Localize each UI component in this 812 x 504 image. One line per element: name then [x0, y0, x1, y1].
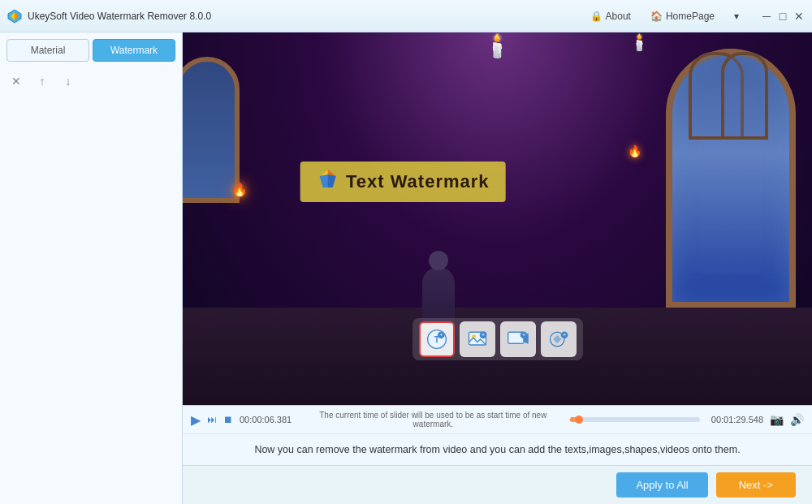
minimize-button[interactable]: ─	[760, 10, 773, 23]
watermark-logo-icon	[317, 168, 339, 196]
main-layout: Material Watermark ✕ ↑ ↓ 🕯️ 🕯️ 🔥 🔥	[0, 32, 812, 504]
chandelier-center: 🕯️	[465, 32, 530, 59]
tab-watermark[interactable]: Watermark	[93, 39, 175, 62]
title-bar-right: 🔒 About 🏠 HomePage ▾ ─ □ ✕	[585, 9, 806, 24]
hint-text: The current time of slider will be used …	[303, 411, 564, 429]
delete-item-button[interactable]: ✕	[6, 71, 26, 91]
watermark-toolbar: T + +	[412, 318, 583, 360]
play-button[interactable]: ▶	[191, 412, 201, 428]
content-area: 🕯️ 🕯️ 🔥 🔥	[183, 32, 812, 504]
app-icon	[6, 8, 23, 24]
tab-material[interactable]: Material	[6, 39, 89, 62]
action-bar: Apply to All Next ->	[183, 465, 812, 504]
progress-bar[interactable]	[570, 417, 700, 422]
add-video-watermark-button[interactable]: +	[500, 321, 536, 357]
total-time: 00:01:29.548	[706, 415, 763, 424]
sidebar-tabs: Material Watermark	[6, 39, 175, 62]
window-controls: ─ □ ✕	[760, 10, 806, 23]
svg-text:+: +	[562, 332, 565, 338]
svg-marker-6	[320, 174, 328, 187]
svg-text:+: +	[439, 332, 443, 338]
watermark-text: Text Watermark	[346, 171, 490, 192]
watermark-background: Text Watermark	[300, 162, 506, 202]
svg-text:+: +	[481, 332, 484, 338]
progress-thumb	[575, 416, 583, 424]
sidebar-actions: ✕ ↑ ↓	[6, 71, 175, 91]
svg-text:+: +	[521, 332, 525, 338]
about-button[interactable]: 🔒 About	[585, 9, 636, 24]
home-icon: 🏠	[650, 11, 663, 22]
info-text: Now you can remove the watermark from vi…	[254, 444, 740, 455]
info-bar: Now you can remove the watermark from vi…	[183, 433, 812, 465]
add-shape-watermark-button[interactable]: +	[541, 321, 577, 357]
next-button[interactable]: Next ->	[716, 472, 796, 498]
arch-window-right	[666, 49, 796, 308]
watermark-overlay[interactable]: Text Watermark	[300, 162, 506, 202]
add-text-watermark-button[interactable]: T +	[419, 321, 455, 357]
homepage-button[interactable]: 🏠 HomePage	[646, 9, 719, 24]
close-button[interactable]: ✕	[793, 10, 806, 23]
title-bar: UkeySoft Video Watermark Remover 8.0.0 🔒…	[0, 0, 812, 32]
app-title: UkeySoft Video Watermark Remover 8.0.0	[28, 11, 211, 22]
video-container: 🕯️ 🕯️ 🔥 🔥	[183, 32, 812, 405]
player-bar: ▶ ⏭ ⏹ 00:00:06.381 The current time of s…	[183, 405, 812, 433]
volume-button[interactable]: 🔊	[790, 413, 804, 426]
torch-right: 🔥	[628, 144, 641, 157]
svg-marker-7	[328, 174, 336, 187]
current-time: 00:00:06.381	[240, 415, 296, 424]
add-image-watermark-button[interactable]: +	[460, 321, 495, 357]
stop-button[interactable]: ⏹	[223, 414, 233, 425]
apply-to-all-button[interactable]: Apply to All	[616, 472, 707, 498]
move-up-button[interactable]: ↑	[32, 71, 52, 91]
screenshot-button[interactable]: 📷	[770, 413, 784, 426]
title-bar-left: UkeySoft Video Watermark Remover 8.0.0	[6, 8, 585, 24]
move-down-button[interactable]: ↓	[58, 71, 78, 91]
dropdown-button[interactable]: ▾	[729, 9, 744, 24]
sidebar: Material Watermark ✕ ↑ ↓	[0, 32, 183, 504]
lock-icon: 🔒	[590, 11, 603, 22]
chandelier-right: 🕯️	[629, 32, 650, 52]
maximize-button[interactable]: □	[776, 10, 789, 23]
step-forward-button[interactable]: ⏭	[207, 414, 217, 425]
torch-left: 🔥	[231, 182, 248, 197]
